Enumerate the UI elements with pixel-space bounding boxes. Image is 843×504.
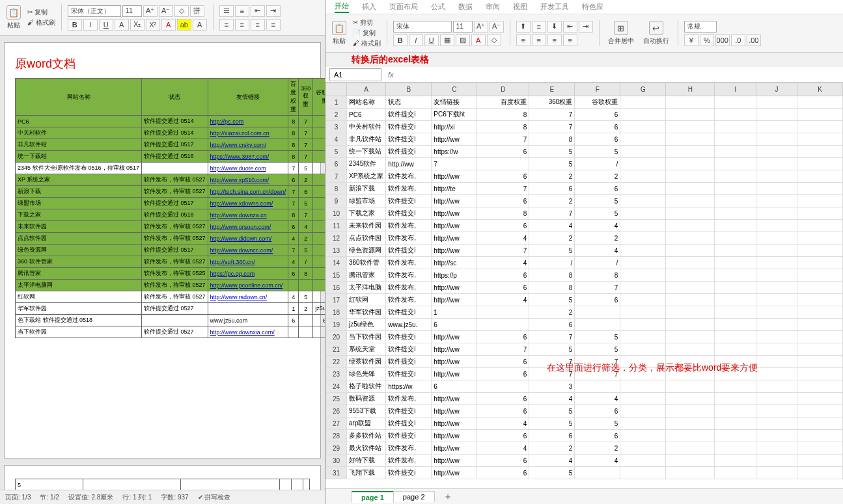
excel-cell[interactable]: 软件发布,: [386, 282, 432, 294]
italic-button[interactable]: I: [83, 19, 98, 31]
excel-cell[interactable]: /: [529, 257, 575, 269]
excel-row-header[interactable]: 8: [326, 183, 347, 195]
excel-cell[interactable]: [715, 195, 756, 207]
excel-cell[interactable]: 4: [477, 232, 529, 245]
excel-cell[interactable]: [797, 467, 843, 479]
excel-cell[interactable]: http://ww: [432, 133, 477, 146]
excel-cell[interactable]: 软件发布,: [386, 455, 432, 467]
fontcolor-button[interactable]: A: [161, 19, 176, 31]
excel-cell[interactable]: 2: [575, 170, 620, 183]
excel-cell[interactable]: [797, 96, 843, 109]
excel-cell[interactable]: 下载之家: [347, 207, 386, 220]
excel-cell[interactable]: 软件发布,: [386, 170, 432, 183]
excel-cell[interactable]: [756, 282, 797, 294]
excel-cell[interactable]: [620, 232, 666, 245]
excel-cell[interactable]: 4: [575, 455, 620, 467]
excel-col-header[interactable]: B: [386, 83, 432, 96]
excel-cell[interactable]: 7: [477, 343, 529, 356]
cut-button[interactable]: ✂ 剪切: [353, 18, 381, 27]
excel-cell[interactable]: [666, 232, 715, 245]
excel-cell[interactable]: [666, 430, 715, 442]
excel-cell[interactable]: http://ww: [432, 356, 477, 368]
excel-cell[interactable]: [797, 146, 843, 158]
excel-cell[interactable]: 系统天堂: [347, 343, 386, 356]
excel-cell[interactable]: [756, 368, 797, 380]
excel-col-header[interactable]: C: [432, 83, 477, 96]
copy-button[interactable]: 📄 复制: [353, 29, 381, 38]
excel-cell[interactable]: 百度权重: [477, 96, 529, 109]
excel-cell[interactable]: [756, 245, 797, 257]
excel-cell[interactable]: [715, 269, 756, 282]
excel-cell[interactable]: 7: [477, 183, 529, 195]
bold-button[interactable]: B: [68, 19, 82, 31]
excel-cell[interactable]: 7: [529, 109, 575, 121]
excel-cell[interactable]: 4: [575, 220, 620, 232]
excel-cell[interactable]: [477, 306, 529, 319]
sub-button[interactable]: X₂: [130, 19, 145, 31]
excel-cell[interactable]: [620, 133, 666, 146]
excel-cell[interactable]: [797, 306, 843, 319]
excel-cell[interactable]: [666, 170, 715, 183]
charbox-button[interactable]: A: [193, 19, 207, 31]
excel-cell[interactable]: 5: [529, 467, 575, 479]
excel-cell[interactable]: [715, 282, 756, 294]
excel-cell[interactable]: 软件发布,: [386, 393, 432, 405]
excel-cell[interactable]: 7: [529, 356, 575, 368]
excel-cell[interactable]: PC6: [347, 109, 386, 121]
excel-cell[interactable]: 软件提交i: [386, 405, 432, 418]
excel-cell[interactable]: 2: [529, 195, 575, 207]
excel-cell[interactable]: 6: [477, 368, 529, 380]
excel-cell[interactable]: 7: [477, 245, 529, 257]
excel-cell[interactable]: [797, 232, 843, 245]
excel-cell[interactable]: 6: [477, 455, 529, 467]
excel-cell[interactable]: PC6下载ht: [432, 109, 477, 121]
excel-cell[interactable]: 6: [477, 195, 529, 207]
excel-cell[interactable]: [797, 282, 843, 294]
valign-mid-button[interactable]: ≡: [532, 21, 546, 33]
excel-cell[interactable]: 6: [575, 133, 620, 146]
phonetic-button[interactable]: 拼: [190, 5, 204, 17]
add-sheet-button[interactable]: ＋: [434, 490, 462, 504]
excel-cell[interactable]: 5: [529, 245, 575, 257]
excel-col-header[interactable]: K: [797, 83, 843, 96]
menu-item[interactable]: 开发工具: [540, 2, 569, 12]
excel-cell[interactable]: [715, 343, 756, 356]
excel-row-header[interactable]: 11: [326, 220, 347, 232]
excel-cell[interactable]: [620, 442, 666, 455]
excel-cell[interactable]: [620, 467, 666, 479]
grow-font-button[interactable]: A⁺: [474, 21, 488, 33]
menu-item[interactable]: 视图: [513, 2, 527, 12]
excel-cell[interactable]: [756, 96, 797, 109]
excel-cell[interactable]: [756, 405, 797, 418]
excel-cell[interactable]: [666, 96, 715, 109]
excel-cell[interactable]: [666, 207, 715, 220]
excel-cell[interactable]: 8: [575, 269, 620, 282]
excel-cell[interactable]: 中关村软件: [347, 121, 386, 133]
excel-cell[interactable]: [797, 220, 843, 232]
excel-cell[interactable]: 最火软件站: [347, 442, 386, 455]
excel-cell[interactable]: 统一下载站: [347, 146, 386, 158]
excel-cell[interactable]: http://ww: [432, 393, 477, 405]
excel-cell[interactable]: [756, 331, 797, 343]
excel-cell[interactable]: 7: [529, 207, 575, 220]
excel-cell[interactable]: 绿盟市场: [347, 195, 386, 207]
excel-cell[interactable]: [715, 380, 756, 393]
excel-cell[interactable]: [756, 269, 797, 282]
excel-cell[interactable]: 6: [477, 269, 529, 282]
excel-cell[interactable]: [797, 294, 843, 306]
excel-cell[interactable]: [620, 158, 666, 170]
excel-cell[interactable]: 6: [477, 430, 529, 442]
excel-cell[interactable]: 软件提交i: [386, 343, 432, 356]
strike-button[interactable]: A: [115, 19, 129, 31]
excel-cell[interactable]: 6: [477, 282, 529, 294]
excel-cell[interactable]: [620, 195, 666, 207]
excel-cell[interactable]: 绿色先锋: [347, 368, 386, 380]
excel-cell[interactable]: [620, 245, 666, 257]
namebox-input[interactable]: [329, 68, 381, 81]
excel-cell[interactable]: [715, 207, 756, 220]
excel-cell[interactable]: 非凡软件站: [347, 133, 386, 146]
excel-cell[interactable]: 7: [575, 368, 620, 380]
shrink-font-button[interactable]: A⁻: [490, 21, 504, 33]
excel-cell[interactable]: 6: [575, 430, 620, 442]
excel-row-header[interactable]: 13: [326, 245, 347, 257]
